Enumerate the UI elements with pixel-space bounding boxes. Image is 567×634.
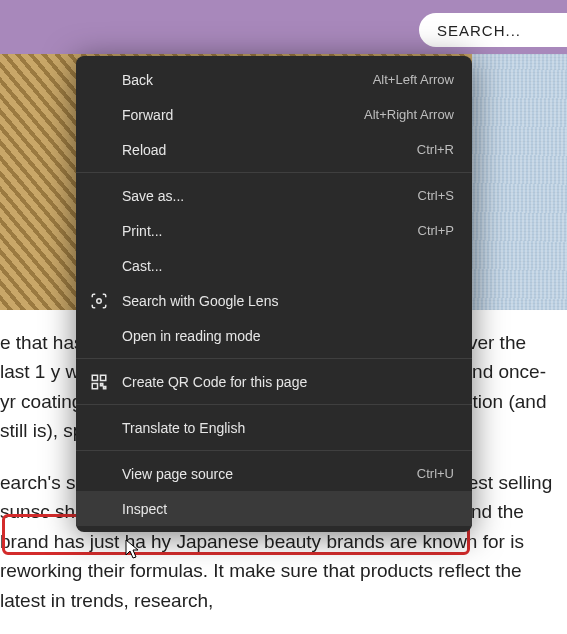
menu-item-label: Save as... xyxy=(122,188,418,204)
menu-item-label: Reload xyxy=(122,142,417,158)
menu-item-label: Cast... xyxy=(122,258,454,274)
context-menu-item-translate[interactable]: Translate to English xyxy=(76,410,472,445)
menu-separator xyxy=(76,358,472,359)
context-menu[interactable]: Back Alt+Left Arrow Forward Alt+Right Ar… xyxy=(76,56,472,532)
menu-separator xyxy=(76,172,472,173)
menu-item-shortcut: Ctrl+R xyxy=(417,142,454,157)
menu-item-label: Open in reading mode xyxy=(122,328,454,344)
context-menu-item-cast[interactable]: Cast... xyxy=(76,248,472,283)
menu-item-shortcut: Alt+Left Arrow xyxy=(373,72,454,87)
svg-rect-1 xyxy=(92,375,97,380)
context-menu-item-inspect[interactable]: Inspect xyxy=(76,491,472,526)
menu-item-shortcut: Alt+Right Arrow xyxy=(364,107,454,122)
context-menu-item-reading-mode[interactable]: Open in reading mode xyxy=(76,318,472,353)
context-menu-item-qr-code[interactable]: Create QR Code for this page xyxy=(76,364,472,399)
menu-item-shortcut: Ctrl+P xyxy=(418,223,454,238)
menu-item-label: Create QR Code for this page xyxy=(122,374,454,390)
menu-separator xyxy=(76,450,472,451)
menu-item-shortcut: Ctrl+S xyxy=(418,188,454,203)
svg-rect-5 xyxy=(104,386,106,388)
svg-rect-4 xyxy=(101,383,103,385)
svg-rect-3 xyxy=(92,383,97,388)
menu-item-label: View page source xyxy=(122,466,417,482)
context-menu-item-google-lens[interactable]: Search with Google Lens xyxy=(76,283,472,318)
menu-item-label: Forward xyxy=(122,107,364,123)
menu-item-label: Translate to English xyxy=(122,420,454,436)
menu-item-label: Print... xyxy=(122,223,418,239)
search-input[interactable]: SEARCH... xyxy=(419,13,567,47)
menu-item-shortcut: Ctrl+U xyxy=(417,466,454,481)
menu-item-label: Search with Google Lens xyxy=(122,293,454,309)
svg-point-0 xyxy=(97,298,102,303)
context-menu-item-save-as[interactable]: Save as... Ctrl+S xyxy=(76,178,472,213)
context-menu-item-forward[interactable]: Forward Alt+Right Arrow xyxy=(76,97,472,132)
google-lens-icon xyxy=(90,292,122,310)
search-placeholder: SEARCH... xyxy=(437,22,521,39)
hero-image-right xyxy=(472,54,567,310)
menu-item-label: Back xyxy=(122,72,373,88)
context-menu-item-print[interactable]: Print... Ctrl+P xyxy=(76,213,472,248)
menu-item-label: Inspect xyxy=(122,501,454,517)
menu-separator xyxy=(76,404,472,405)
svg-rect-2 xyxy=(101,375,106,380)
top-bar: SEARCH... xyxy=(0,0,567,54)
context-menu-item-reload[interactable]: Reload Ctrl+R xyxy=(76,132,472,167)
context-menu-item-view-source[interactable]: View page source Ctrl+U xyxy=(76,456,472,491)
qr-code-icon xyxy=(90,373,122,391)
context-menu-item-back[interactable]: Back Alt+Left Arrow xyxy=(76,62,472,97)
